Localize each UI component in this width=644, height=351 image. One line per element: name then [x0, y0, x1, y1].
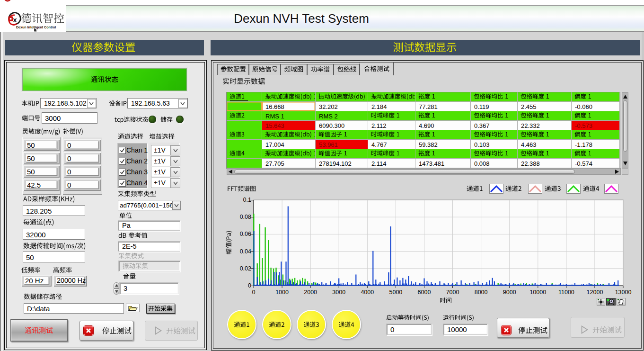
svg-text:x: x — [13, 16, 17, 24]
